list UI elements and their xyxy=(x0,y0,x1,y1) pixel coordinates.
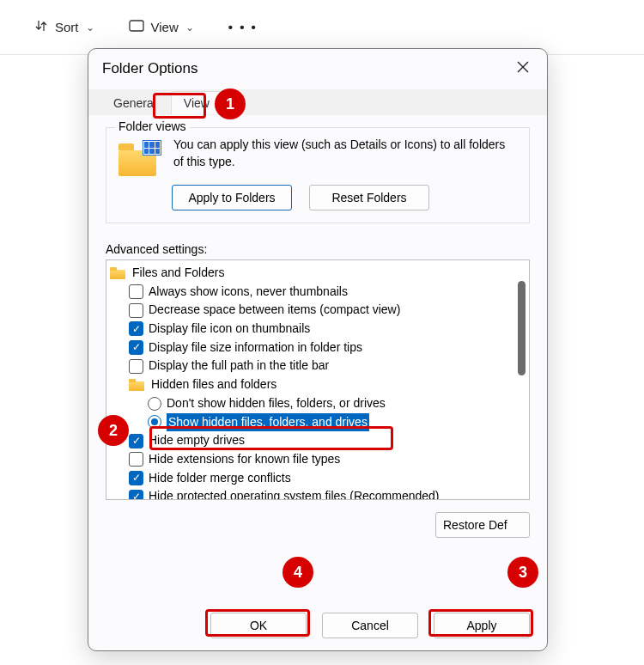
folder-views-label: Folder views xyxy=(115,119,190,133)
apply-to-folders-button[interactable]: Apply to Folders xyxy=(172,185,292,210)
close-button[interactable] xyxy=(513,59,533,77)
folder-views-group: Folder views You can apply this view (su… xyxy=(106,127,530,223)
view-icon xyxy=(129,20,144,34)
folder-views-desc: You can apply this view (such as Details… xyxy=(173,137,517,176)
opt-hidden-show[interactable]: Show hidden files, folders, and drives xyxy=(110,413,527,432)
close-icon xyxy=(517,61,529,73)
ok-button[interactable]: OK xyxy=(210,613,307,638)
opt-display-full-path[interactable]: Display the full path in the title bar xyxy=(110,357,527,375)
more-button[interactable]: • • • xyxy=(228,20,258,34)
folder-options-dialog: Folder Options General View Folder views… xyxy=(88,48,548,651)
folder-icon xyxy=(110,267,125,279)
sort-button[interactable]: Sort ⌄ xyxy=(34,19,94,35)
folder-icon xyxy=(129,379,144,391)
view-label: View xyxy=(151,20,179,34)
opt-hide-empty[interactable]: Hide empty drives xyxy=(110,431,527,450)
chevron-down-icon: ⌄ xyxy=(86,21,94,34)
sort-label: Sort xyxy=(55,20,79,34)
view-button[interactable]: View ⌄ xyxy=(129,20,194,34)
opt-display-size-tips[interactable]: Display file size information in folder … xyxy=(110,339,527,357)
tab-general[interactable]: General xyxy=(100,91,169,114)
opt-decrease-space[interactable]: Decrease space between items (compact vi… xyxy=(110,301,527,320)
annotation-2: 2 xyxy=(98,415,129,446)
opt-hide-ext[interactable]: Hide extensions for known file types xyxy=(110,450,527,469)
chevron-down-icon: ⌄ xyxy=(185,21,194,34)
svg-rect-0 xyxy=(130,21,143,31)
scrollbar-thumb[interactable] xyxy=(518,281,526,375)
dialog-footer: OK Cancel Apply xyxy=(106,607,530,642)
annotation-4: 4 xyxy=(283,557,313,588)
advanced-settings-list[interactable]: Files and Folders Always show icons, nev… xyxy=(106,259,530,500)
advanced-settings-label: Advanced settings: xyxy=(106,242,530,256)
explorer-toolbar: Sort ⌄ View ⌄ • • • xyxy=(0,0,644,55)
tabs: General View xyxy=(88,89,547,115)
reset-folders-button[interactable]: Reset Folders xyxy=(309,185,429,210)
annotation-1: 1 xyxy=(215,88,246,119)
restore-defaults-button[interactable]: Restore Def xyxy=(435,512,530,538)
cancel-button[interactable]: Cancel xyxy=(322,613,418,638)
dialog-title: Folder Options xyxy=(102,60,198,77)
opt-display-icon-thumb[interactable]: Display file icon on thumbnails xyxy=(110,320,527,339)
dialog-titlebar: Folder Options xyxy=(88,49,547,84)
folder-views-icon xyxy=(118,142,160,176)
annotation-3: 3 xyxy=(507,557,538,588)
sort-icon xyxy=(34,19,48,35)
opt-always-icons[interactable]: Always show icons, never thumbnails xyxy=(110,283,527,302)
apply-button[interactable]: Apply xyxy=(434,613,530,638)
opt-hide-merge[interactable]: Hide folder merge conflicts xyxy=(110,469,527,488)
opt-hidden-dont-show[interactable]: Don't show hidden files, folders, or dri… xyxy=(110,394,527,413)
opt-hide-protected[interactable]: Hide protected operating system files (R… xyxy=(110,487,527,500)
ellipsis-icon: • • • xyxy=(228,20,258,34)
